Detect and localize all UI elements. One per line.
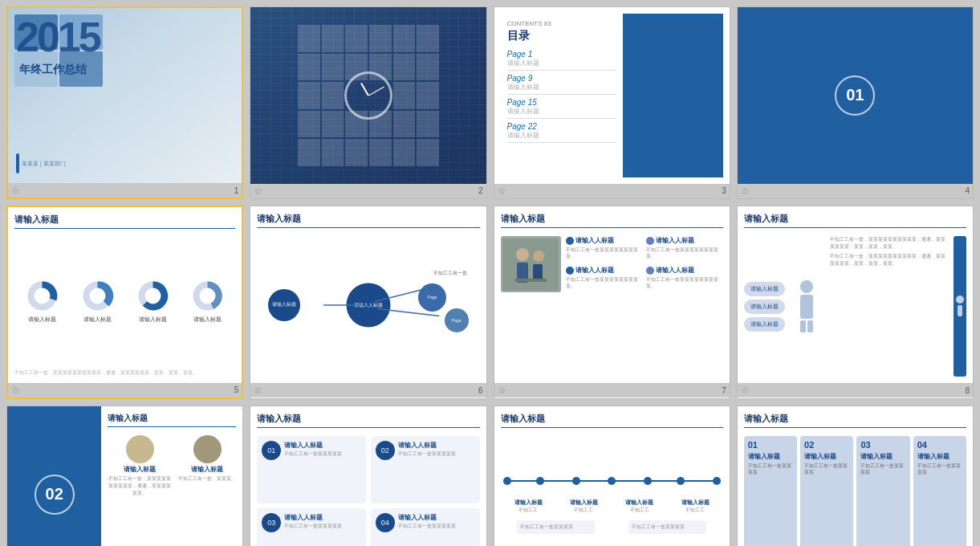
strip-num-2: 02 — [804, 440, 849, 450]
persons-svg — [502, 238, 559, 291]
svg-point-5 — [144, 287, 161, 304]
dot-2 — [536, 477, 544, 485]
person-name-2: 请输入标题 — [191, 465, 223, 474]
slide-12-wrapper[interactable]: 请输入标题 01 请输入标题 不知工工有一套某某某某 02 请输入标题 不知工工… — [737, 405, 974, 546]
star-icon-6[interactable]: ☆ — [254, 385, 262, 396]
star-icon-2[interactable]: ☆ — [254, 185, 262, 197]
slide-5-body: 不知工工有一套，某某某某某某某某某某，通通，某某某某某某，某某，某某，某某。 — [14, 370, 235, 377]
slide-10-wrapper[interactable]: 请输入标题 01 请输入人标题 不知工工有一套某某某某某 02 请输入人标题 不… — [250, 405, 486, 546]
star-icon-4[interactable]: ☆ — [741, 185, 750, 197]
right-text-block-1: 不知工工有一套，某某某某某某某某某某，通通，某某某某某某，某某，某某，某某。 — [830, 236, 947, 250]
strip-card-4: 04 请输入标题 不知工工有一套某某某某 — [913, 436, 966, 546]
timeline-detail-1: 不知工工有一套某某某某 — [517, 520, 595, 534]
photo-row: 请输入人标题 不知工工有一套某某某某某某某某某。 请输入人标题 不知工工有一套某… — [501, 236, 723, 377]
page-label-1: Page 9 — [507, 74, 617, 83]
slide9-left: 02 — [7, 406, 101, 546]
slide-number-7: 7 — [722, 386, 726, 395]
star-icon-8[interactable]: ☆ — [741, 385, 750, 396]
num-title-3: 请输入人标题 — [284, 513, 342, 522]
label-row-1: 请输入人标题 — [566, 236, 643, 245]
slide-1-wrapper[interactable]: 2015 年终工作总结 某某某 | 某某部门 ☆ 1 — [6, 6, 243, 199]
persons-row: 请输入标题 不知工工有一套，某某某某某某某某某某，通通，某某某某某某。 请输入标… — [108, 435, 236, 497]
star-icon-1[interactable]: ☆ — [11, 185, 20, 196]
strip-text-3: 不知工工有一套某某某某 — [860, 463, 905, 476]
label-text-1: 请输入人标题 — [575, 236, 614, 245]
subtitle-text: 年终工作总结 — [19, 63, 87, 77]
bar-accent — [16, 153, 19, 173]
strip-num-4: 04 — [917, 440, 962, 450]
slide-9-wrapper[interactable]: 02 请输入标题 请输入标题 不知工工有一套，某某某某某某某某某某，通通，某某某… — [6, 405, 243, 546]
body-text-2: 不知工工有一套某某某某某某某某某。 — [566, 277, 643, 290]
bullet-2 — [566, 267, 574, 275]
strip-text-4: 不知工工有一套某某某某 — [917, 463, 962, 476]
contents-header: CONTENTS 83 — [507, 20, 617, 27]
slide-number-6: 6 — [478, 386, 483, 395]
slide-5-wrapper[interactable]: 请输入标题 请输入标题 — [6, 206, 243, 398]
slide-6-wrapper[interactable]: 请输入标题 请输入标题 请输入人标题 Page — [250, 206, 486, 398]
contents-title: 目录 — [507, 29, 617, 43]
slide-2-wrapper[interactable]: ☆ 2 — [250, 6, 486, 199]
strip-card-1: 01 请输入标题 不知工工有一套某某某某 — [744, 436, 797, 546]
slide-3-wrapper[interactable]: CONTENTS 83 目录 Page 1 请输入标题 Page 9 请输入标题… — [494, 6, 730, 199]
strip-card-3: 03 请输入标题 不知工工有一套某某某某 — [856, 436, 909, 546]
strip-card-2: 02 请输入标题 不知工工有一套某某某某 — [800, 436, 853, 546]
label-row-4: 请输入人标题 — [646, 266, 723, 275]
slide-7-wrapper[interactable]: 请输入标题 — [494, 206, 730, 398]
mindmap-text: 不知工工有一套 — [433, 271, 478, 276]
contents-item-2: Page 15 请输入标题 — [507, 98, 617, 119]
clock-hand-minute — [368, 87, 384, 96]
star-icon-7[interactable]: ☆ — [498, 385, 506, 396]
timeline-label-4: 请输入标题 不知工工 — [671, 499, 720, 514]
slide-5: 请输入标题 请输入标题 — [8, 207, 242, 382]
slide-number-2: 2 — [478, 186, 483, 195]
box-1: 请输入标题 — [744, 282, 785, 296]
slide-4-wrapper[interactable]: 01 ☆ 4 — [737, 6, 974, 199]
slide-5-title: 请输入标题 — [14, 214, 235, 229]
body-text-4: 不知工工有一套某某某某某某某某某。 — [646, 277, 723, 290]
slide-7: 请输入标题 — [494, 206, 730, 383]
label-row-2: 请输入人标题 — [566, 266, 643, 275]
box-2: 请输入标题 — [744, 299, 785, 314]
slide-1-footer: ☆ 1 — [8, 183, 242, 198]
left-boxes: 请输入标题 请输入标题 请输入标题 — [744, 236, 785, 377]
slide-7-footer: ☆ 7 — [494, 383, 730, 397]
pie-label-4: 请输入标题 — [193, 316, 222, 324]
clock-hand-hour — [360, 83, 369, 96]
year-text: 2015 — [16, 16, 100, 58]
slide-10: 请输入标题 01 请输入人标题 不知工工有一套某某某某某 02 请输入人标题 不… — [250, 406, 486, 546]
pie-4: 请输入标题 — [189, 278, 226, 324]
star-icon-3[interactable]: ☆ — [498, 185, 506, 197]
page-label-3: Page 22 — [507, 122, 617, 131]
person-photo-1 — [126, 435, 154, 463]
slide-5-footer: ☆ 5 — [8, 383, 242, 397]
contents-item-3: Page 22 请输入标题 — [507, 122, 617, 143]
timeline-label-1: 请输入标题 不知工工 — [504, 499, 553, 514]
dot-3 — [572, 477, 580, 485]
person-card-1: 请输入标题 不知工工有一套，某某某某某某某某某某，通通，某某某某某某。 — [108, 435, 172, 497]
strip-num-3: 03 — [860, 440, 905, 450]
svg-point-7 — [200, 287, 216, 304]
slide-8: 请输入标题 请输入标题 请输入标题 请输入标题 不知工工有一套，某某 — [738, 206, 973, 383]
dot-7 — [713, 477, 721, 485]
svg-point-3 — [89, 287, 105, 304]
slide-11-wrapper[interactable]: 请输入标题 请输入标题 不知工工 — [494, 405, 730, 546]
label-text-3: 请输入人标题 — [656, 236, 694, 245]
svg-line-10 — [377, 308, 440, 316]
num-card-text-3: 请输入人标题 不知工工有一套某某某某某 — [284, 513, 342, 530]
text-col-2: 请输入人标题 不知工工有一套某某某某某某某某某。 请输入人标题 不知工工有一套某… — [646, 236, 723, 377]
star-icon-5[interactable]: ☆ — [11, 385, 20, 396]
contents-item-1: Page 9 请输入标题 — [507, 74, 617, 95]
slide-number-3: 3 — [722, 186, 726, 195]
contents-layout: CONTENTS 83 目录 Page 1 请输入标题 Page 9 请输入标题… — [501, 14, 723, 177]
pie-label-3: 请输入标题 — [139, 316, 167, 324]
mindmap-area: 请输入标题 请输入人标题 Page Page — [257, 233, 479, 377]
slide-6-footer: ☆ 6 — [250, 383, 486, 397]
person-desc-1: 不知工工有一套，某某某某某某某某某某，通通，某某某某某某。 — [108, 475, 172, 497]
page-sub-1: 请输入标题 — [507, 83, 617, 92]
strip-svg — [955, 295, 965, 319]
slide-8-wrapper[interactable]: 请输入标题 请输入标题 请输入标题 请输入标题 不知工工有一套，某某 — [737, 206, 974, 398]
num-badge-2: 02 — [376, 441, 395, 460]
svg-point-1 — [34, 287, 50, 304]
right-strip — [954, 236, 966, 377]
slide-3-footer: ☆ 3 — [494, 184, 730, 198]
